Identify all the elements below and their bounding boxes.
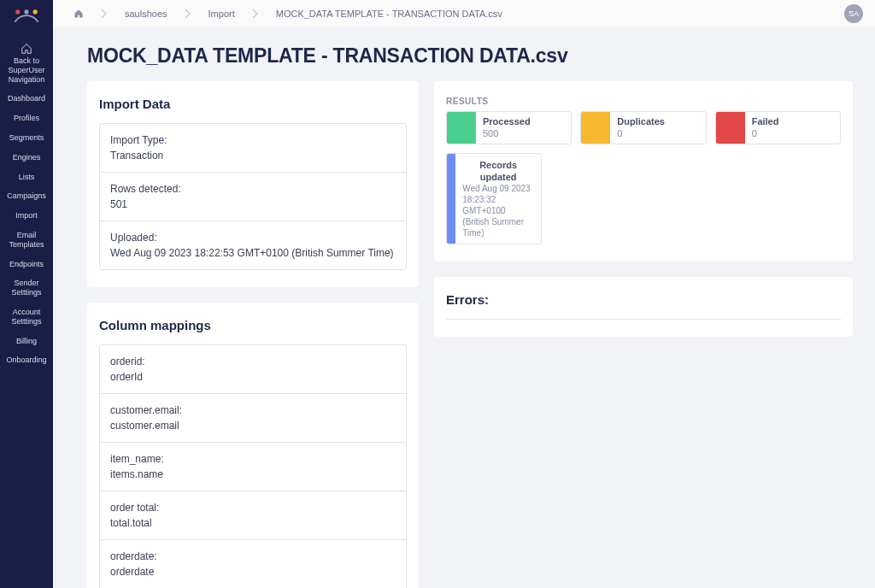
- sidebar-item-onboarding[interactable]: Onboarding: [0, 350, 53, 370]
- sidebar-back[interactable]: Back to SuperUser Navigation: [0, 38, 53, 89]
- mapping-src: orderid:: [110, 354, 396, 369]
- tile-failed-label: Failed: [752, 115, 779, 127]
- breadcrumb-file: MOCK_DATA TEMPLATE - TRANSACTION DATA.cs…: [267, 3, 511, 24]
- import-data-heading: Import Data: [99, 97, 407, 111]
- chevron-right-icon: [244, 3, 267, 24]
- tile-failed: Failed 0: [715, 111, 841, 144]
- page-title: MOCK_DATA TEMPLATE - TRANSACTION DATA.cs…: [87, 44, 853, 68]
- results-card: RESULTS Processed 500: [434, 81, 853, 262]
- tile-duplicates: Duplicates 0: [580, 111, 706, 144]
- mapping-row: item_name: items.name: [100, 443, 406, 491]
- mapping-src: item_name:: [110, 451, 396, 467]
- breadcrumb: saulshoes Import MOCK_DATA TEMPLATE - TR…: [53, 0, 875, 27]
- mapping-src: customer.email:: [110, 403, 396, 418]
- sidebar-item-lists[interactable]: Lists: [0, 168, 53, 187]
- chevron-right-icon: [176, 3, 200, 24]
- mapping-dst: items.name: [110, 467, 396, 482]
- breadcrumb-org[interactable]: saulshoes: [116, 3, 176, 24]
- avatar[interactable]: SA: [844, 4, 863, 23]
- rows-detected-value: 501: [110, 197, 396, 212]
- mapping-src: order total:: [110, 500, 396, 515]
- rows-detected-row: Rows detected: 501: [100, 173, 406, 221]
- errors-card: Errors:: [434, 277, 853, 337]
- tile-failed-value: 0: [752, 127, 779, 139]
- errors-divider: [446, 319, 841, 320]
- status-bar-records-updated: [447, 154, 455, 244]
- mapping-dst: total.total: [110, 515, 396, 531]
- mapping-row: orderid: orderId: [100, 345, 406, 394]
- mapping-row: order total: total.total: [100, 491, 406, 540]
- status-bar-processed: [447, 112, 476, 144]
- sidebar-item-endpoints[interactable]: Endpoints: [0, 255, 53, 274]
- import-type-label: Import Type:: [110, 132, 396, 148]
- status-bar-failed: [716, 112, 745, 144]
- import-type-value: Transaction: [110, 148, 396, 163]
- sidebar-back-label: Back to SuperUser Navigation: [8, 56, 44, 84]
- svg-point-0: [15, 9, 20, 14]
- breadcrumb-section[interactable]: Import: [200, 3, 244, 24]
- sidebar-item-account-settings[interactable]: Account Setttings: [0, 303, 53, 332]
- svg-point-2: [33, 9, 38, 14]
- column-mappings-card: Column mappings orderid: orderId custome…: [87, 303, 419, 588]
- sidebar-item-import[interactable]: Import: [0, 206, 53, 226]
- mapping-row: orderdate: orderdate: [100, 540, 406, 588]
- column-mappings-heading: Column mappings: [99, 318, 407, 332]
- import-data-card: Import Data Import Type: Transaction Row…: [87, 81, 419, 287]
- sidebar-item-engines[interactable]: Engines: [0, 148, 53, 168]
- chevron-right-icon: [92, 3, 116, 24]
- tile-records-updated: Records updated Wed Aug 09 2023 18:23:32…: [446, 153, 542, 245]
- errors-heading: Errors:: [446, 292, 841, 307]
- sidebar-item-profiles[interactable]: Profiles: [0, 109, 53, 128]
- tile-records-updated-label: Records updated: [462, 159, 534, 184]
- sidebar-item-email-templates[interactable]: Email Templates: [0, 226, 53, 255]
- results-label: RESULTS: [446, 97, 841, 106]
- breadcrumb-home-icon[interactable]: [65, 3, 92, 24]
- sidebar-item-billing[interactable]: Billing: [0, 332, 53, 351]
- status-bar-duplicates: [581, 112, 610, 144]
- sidebar-item-segments[interactable]: Segments: [0, 128, 53, 148]
- tile-processed: Processed 500: [446, 111, 572, 144]
- brand-logo: [12, 5, 41, 27]
- tile-duplicates-value: 0: [617, 127, 665, 139]
- mapping-dst: orderdate: [110, 564, 396, 579]
- mapping-row: customer.email: customer.email: [100, 394, 406, 443]
- uploaded-label: Uploaded:: [110, 230, 396, 245]
- tile-processed-value: 500: [483, 127, 531, 139]
- rows-detected-label: Rows detected:: [110, 181, 396, 197]
- sidebar-item-sender-settings[interactable]: Sender Setttings: [0, 273, 53, 303]
- import-type-row: Import Type: Transaction: [100, 124, 406, 173]
- tile-processed-label: Processed: [483, 115, 531, 127]
- tile-duplicates-label: Duplicates: [617, 115, 665, 127]
- uploaded-row: Uploaded: Wed Aug 09 2023 18:22:53 GMT+0…: [100, 221, 406, 269]
- sidebar-item-dashboard[interactable]: Dashboard: [0, 89, 53, 109]
- mapping-dst: customer.email: [110, 418, 396, 433]
- sidebar-item-campaigns[interactable]: Campaigns: [0, 186, 53, 206]
- mapping-dst: orderId: [110, 369, 396, 385]
- tile-records-updated-value: Wed Aug 09 2023 18:23:32 GMT+0100 (Briti…: [462, 183, 534, 238]
- uploaded-value: Wed Aug 09 2023 18:22:53 GMT+0100 (Briti…: [110, 245, 396, 261]
- mapping-src: orderdate:: [110, 549, 396, 564]
- sidebar: Back to SuperUser Navigation Dashboard P…: [0, 0, 53, 588]
- svg-point-1: [24, 9, 28, 14]
